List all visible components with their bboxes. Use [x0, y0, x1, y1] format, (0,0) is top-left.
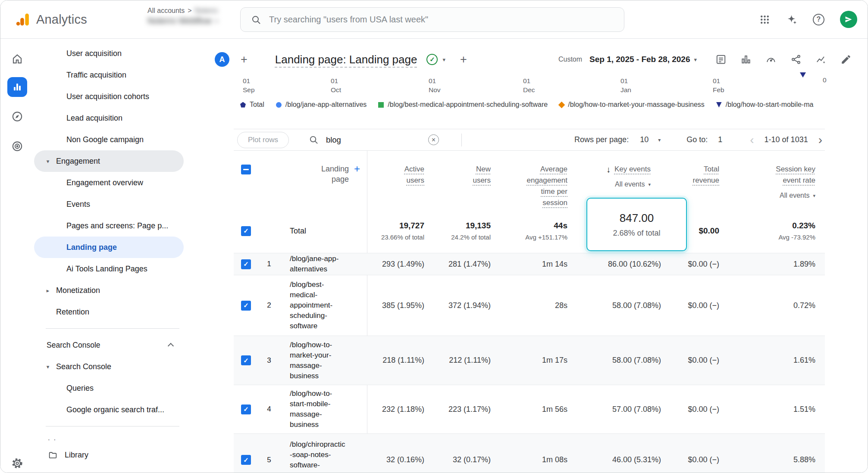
date-range-caret-icon[interactable]: ▾ [694, 56, 697, 63]
nav-label: Engagement [56, 157, 100, 166]
account-switcher[interactable]: All accounts > Noterro Noterro Webflow ▾ [147, 7, 218, 26]
add-dimension-icon[interactable]: + [354, 164, 360, 174]
help-icon[interactable]: ? [813, 14, 824, 25]
gauge-icon[interactable] [765, 53, 777, 65]
totals-avg-engagement-delta: Avg +151.17% [491, 233, 567, 241]
sidebar-item-retention[interactable]: Retention [34, 301, 184, 323]
session-rate-value: 0.72% [719, 301, 815, 310]
breadcrumb-all-accounts[interactable]: All accounts [147, 7, 185, 15]
share-icon[interactable] [790, 53, 802, 65]
go-to-input[interactable]: 1 [718, 135, 722, 144]
sidebar-item-engagement[interactable]: ▾ Engagement [34, 150, 184, 172]
sidebar-item-pages-and-screens[interactable]: Pages and screens: Page p... [34, 215, 184, 236]
nav-label: Search Console [56, 362, 111, 371]
apps-grid-icon[interactable] [759, 14, 770, 25]
logo-group[interactable]: Analytics [15, 12, 87, 27]
notes-icon[interactable] [715, 53, 727, 65]
column-header-total-revenue[interactable]: Total revenue [685, 164, 719, 186]
rows-per-page-select[interactable]: 10 ▾ [640, 135, 661, 144]
controls-divider [461, 134, 462, 146]
sort-descending-icon[interactable]: ↓ [606, 164, 611, 175]
legend-label: /blog/best-medical-appointment-schedulin… [388, 101, 548, 109]
insights-icon[interactable] [815, 53, 827, 65]
user-avatar[interactable] [840, 11, 857, 28]
column-header-avg-engagement-time[interactable]: Average engagement time per session [517, 164, 567, 208]
row-checkbox[interactable] [241, 405, 251, 414]
column-header-new-users[interactable]: New users [465, 164, 491, 186]
edit-pencil-icon[interactable] [840, 53, 852, 65]
sidebar-item-events[interactable]: Events [34, 193, 184, 215]
legend-label: Total [250, 101, 264, 109]
table-search-value[interactable]: blog [326, 135, 341, 145]
column-header-key-events[interactable]: Key events [614, 164, 651, 175]
series-marker-triangle-icon [800, 72, 806, 78]
legend-item-best-medical[interactable]: /blog/best-medical-appointment-schedulin… [378, 101, 548, 109]
key-events-filter-dropdown[interactable]: All events ▾ [615, 179, 651, 190]
report-title-caret-icon[interactable]: ▾ [442, 56, 445, 63]
sidebar-item-queries[interactable]: Queries [34, 377, 184, 399]
sidebar-item-user-acquisition-cohorts[interactable]: User acquisition cohorts [34, 86, 184, 107]
settings-gear-icon[interactable] [12, 457, 23, 469]
add-segment-icon[interactable]: + [241, 54, 248, 65]
home-icon[interactable] [12, 53, 23, 65]
column-header-landing-page[interactable]: Landing page [312, 164, 349, 184]
legend-item-total[interactable]: Total [240, 101, 264, 109]
report-title[interactable]: Landing page: Landing page [275, 53, 417, 66]
legend-marker-diamond-icon [558, 101, 565, 108]
report-avatar[interactable]: A [215, 52, 229, 67]
chevron-down-icon: ▾ [44, 158, 51, 165]
column-header-active-users[interactable]: Active users [394, 164, 424, 186]
ai-sparkle-icon[interactable] [786, 14, 797, 25]
legend-item-start-mobile[interactable]: /blog/how-to-start-mobile-ma [716, 101, 814, 109]
sidebar-section-search-console[interactable]: Search Console [34, 334, 184, 356]
property-name-redacted[interactable]: Noterro Webflow ▾ [147, 16, 218, 26]
select-all-checkbox[interactable] [241, 165, 251, 174]
sidebar-item-landing-page-active[interactable]: Landing page [34, 236, 184, 258]
plot-rows-button[interactable]: Plot rows [237, 132, 289, 148]
global-search[interactable] [240, 7, 624, 32]
session-rate-value: 5.88% [719, 455, 815, 464]
legend-item-jane-app-alternatives[interactable]: /blog/jane-app-alternatives [276, 101, 367, 109]
row-checkbox[interactable] [241, 301, 251, 311]
x-axis-tick: 01Dec [523, 76, 535, 94]
column-header-session-key-event-rate[interactable]: Session key event rate [765, 164, 815, 186]
explore-icon[interactable] [12, 111, 23, 122]
advertising-icon[interactable] [12, 140, 23, 152]
topbar-actions: ? [759, 11, 857, 28]
totals-checkbox[interactable] [241, 226, 251, 236]
row-checkbox[interactable] [241, 455, 251, 465]
next-page-icon[interactable]: › [818, 134, 822, 146]
session-rate-value: 1.61% [719, 356, 815, 365]
reports-icon-selected[interactable] [7, 77, 27, 97]
sidebar-item-monetization[interactable]: ▸ Monetization [34, 280, 184, 301]
analytics-app-window: Analytics All accounts > Noterro Noterro… [0, 0, 868, 473]
nav-label: Lead acquisition [66, 114, 122, 123]
clear-search-icon[interactable]: × [428, 134, 439, 145]
new-users-value: 212 (1.11%) [424, 356, 491, 365]
sidebar-item-google-organic-search[interactable]: Google organic search traf... [34, 399, 184, 420]
sidebar-item-engagement-overview[interactable]: Engagement overview [34, 172, 184, 193]
nav-label: Traffic acquisition [66, 71, 126, 80]
property-name-text: Noterro Webflow [147, 16, 212, 26]
sidebar-item-search-console[interactable]: ▾ Search Console [34, 356, 184, 377]
date-range-selector[interactable]: Sep 1, 2025 - Feb 28, 2026 [589, 55, 690, 64]
legend-marker-pentagon-icon [240, 102, 246, 108]
legend-item-market-massage[interactable]: /blog/how-to-market-your-massage-busines… [559, 101, 705, 109]
row-checkbox[interactable] [241, 259, 251, 269]
table-search[interactable]: blog × [309, 134, 439, 145]
sidebar-item-lead-acquisition[interactable]: Lead acquisition [34, 107, 184, 129]
sidebar-item-non-google-campaign[interactable]: Non Google campaign [34, 129, 184, 150]
previous-page-icon[interactable]: ‹ [750, 134, 754, 146]
sidebar-item-library[interactable]: Library [34, 444, 184, 466]
sidebar-item-user-acquisition[interactable]: User acquisition [34, 43, 184, 64]
report-main: A + Landing page: Landing page ✓ ▾ + Cus… [207, 39, 868, 473]
session-rate-filter-dropdown[interactable]: All events ▾ [780, 190, 815, 201]
chart-columns-icon[interactable] [740, 53, 752, 65]
sidebar-item-ai-tools-landing-pages[interactable]: Ai Tools Landing Pages [34, 258, 184, 280]
sidebar-item-traffic-acquisition[interactable]: Traffic acquisition [34, 64, 184, 86]
row-checkbox[interactable] [241, 355, 251, 365]
search-input[interactable] [269, 15, 614, 25]
saved-check-badge-icon[interactable]: ✓ [426, 54, 438, 65]
chevron-up-icon[interactable] [168, 343, 174, 349]
add-comparison-icon[interactable]: + [460, 54, 467, 65]
